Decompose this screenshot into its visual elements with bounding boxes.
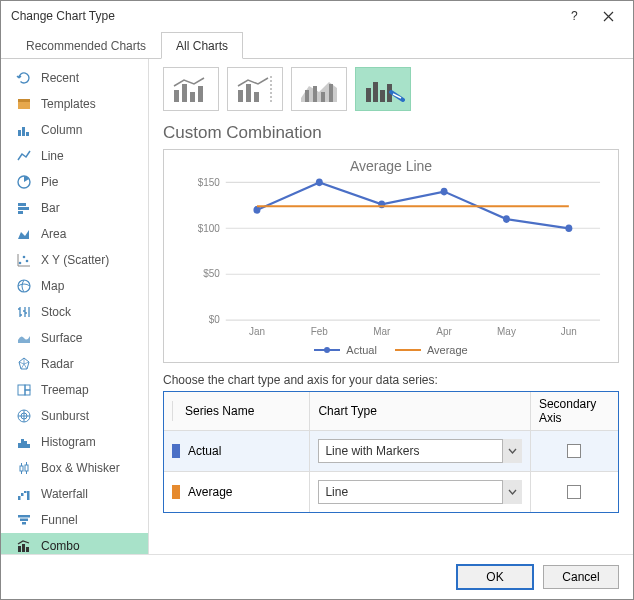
chart-category-sidebar: Recent Templates Column Line Pie Bar Are… [1,59,149,554]
boxwhisker-icon [15,459,33,477]
sidebar-item-surface[interactable]: Surface [1,325,148,351]
pie-icon [15,173,33,191]
sidebar-item-histogram[interactable]: Histogram [1,429,148,455]
chart-preview: Average Line $0$50$100$150JanFebMarAprMa… [163,149,619,363]
sidebar-item-label: Line [41,149,64,163]
svg-text:Jun: Jun [561,326,577,338]
sidebar-item-recent[interactable]: Recent [1,65,148,91]
subtype-clustered-column-line-secondary[interactable] [227,67,283,111]
sidebar-item-area[interactable]: Area [1,221,148,247]
sidebar-item-label: Waterfall [41,487,88,501]
sidebar-item-scatter[interactable]: X Y (Scatter) [1,247,148,273]
svg-rect-3 [18,130,21,136]
sidebar-item-radar[interactable]: Radar [1,351,148,377]
svg-rect-2 [18,99,30,102]
svg-rect-21 [24,441,27,448]
legend-swatch-average [395,349,421,351]
svg-text:Jan: Jan [249,326,265,338]
sidebar-item-label: Surface [41,331,82,345]
surface-icon [15,329,33,347]
sidebar-item-funnel[interactable]: Funnel [1,507,148,533]
tab-all-charts[interactable]: All Charts [161,32,243,59]
sidebar-item-label: Map [41,279,64,293]
title-bar: Change Chart Type ? [1,1,633,31]
subtype-custom-combination[interactable] [355,67,411,111]
line-icon [15,147,33,165]
svg-rect-5 [26,132,29,136]
svg-rect-36 [182,84,187,102]
close-button[interactable] [591,4,625,28]
chevron-down-icon [502,439,522,463]
svg-text:Apr: Apr [436,326,452,338]
table-header-row: Series Name Chart Type Secondary Axis [164,392,618,430]
waterfall-icon [15,485,33,503]
dialog-title: Change Chart Type [11,9,557,23]
sunburst-icon [15,407,33,425]
svg-rect-44 [321,92,325,102]
help-button[interactable]: ? [557,4,591,28]
combo-icon [15,537,33,554]
sidebar-item-pie[interactable]: Pie [1,169,148,195]
secondary-axis-checkbox[interactable] [567,444,581,458]
subtype-clustered-column-line[interactable] [163,67,219,111]
svg-rect-32 [18,546,21,552]
tab-recommended[interactable]: Recommended Charts [11,32,161,59]
svg-rect-46 [366,88,371,102]
svg-rect-8 [18,207,29,210]
subtype-stacked-area-clustered-column[interactable] [291,67,347,111]
sidebar-item-combo[interactable]: Combo [1,533,148,554]
choose-label: Choose the chart type and axis for your … [163,373,619,387]
sidebar-item-label: Recent [41,71,79,85]
sidebar-item-stock[interactable]: Stock [1,299,148,325]
svg-rect-42 [305,90,309,102]
svg-rect-26 [21,493,24,496]
sidebar-item-waterfall[interactable]: Waterfall [1,481,148,507]
svg-rect-34 [26,547,29,552]
svg-text:Feb: Feb [311,326,328,338]
svg-rect-22 [27,444,30,448]
series-name-cell: Actual [188,444,221,458]
sidebar-item-bar[interactable]: Bar [1,195,148,221]
sidebar-item-label: Combo [41,539,80,553]
recent-icon [15,69,33,87]
sidebar-item-line[interactable]: Line [1,143,148,169]
combo-subtypes [163,67,619,111]
cancel-button[interactable]: Cancel [543,565,619,589]
ok-button[interactable]: OK [457,565,533,589]
svg-rect-4 [22,127,25,136]
sidebar-item-map[interactable]: Map [1,273,148,299]
secondary-axis-checkbox[interactable] [567,485,581,499]
series-swatch [172,485,180,499]
stock-icon [15,303,33,321]
svg-text:$100: $100 [198,222,220,234]
sidebar-item-label: Area [41,227,66,241]
radar-icon [15,355,33,373]
svg-rect-33 [22,544,25,552]
main-panel: Custom Combination Average Line $0$50$10… [149,59,633,554]
change-chart-type-dialog: Change Chart Type ? Recommended Charts A… [0,0,634,600]
sidebar-item-boxwhisker[interactable]: Box & Whisker [1,455,148,481]
sidebar-item-sunburst[interactable]: Sunburst [1,403,148,429]
chevron-down-icon [502,480,522,504]
sidebar-item-label: Treemap [41,383,89,397]
svg-point-67 [441,188,448,196]
chart-title: Average Line [172,158,610,174]
svg-text:Mar: Mar [373,326,391,338]
svg-rect-31 [22,522,26,525]
sidebar-item-column[interactable]: Column [1,117,148,143]
svg-point-12 [26,260,29,263]
svg-rect-39 [238,90,243,102]
chart-type-dropdown[interactable]: Line [318,480,521,504]
table-row: Actual Line with Markers [164,430,618,471]
scatter-icon [15,251,33,269]
sidebar-item-label: Radar [41,357,74,371]
table-row: Average Line [164,471,618,512]
svg-rect-20 [21,439,24,448]
sidebar-item-treemap[interactable]: Treemap [1,377,148,403]
sidebar-item-templates[interactable]: Templates [1,91,148,117]
sidebar-item-label: Column [41,123,82,137]
sidebar-item-label: Bar [41,201,60,215]
chart-type-dropdown[interactable]: Line with Markers [318,439,521,463]
svg-rect-48 [380,90,385,102]
templates-icon [15,95,33,113]
